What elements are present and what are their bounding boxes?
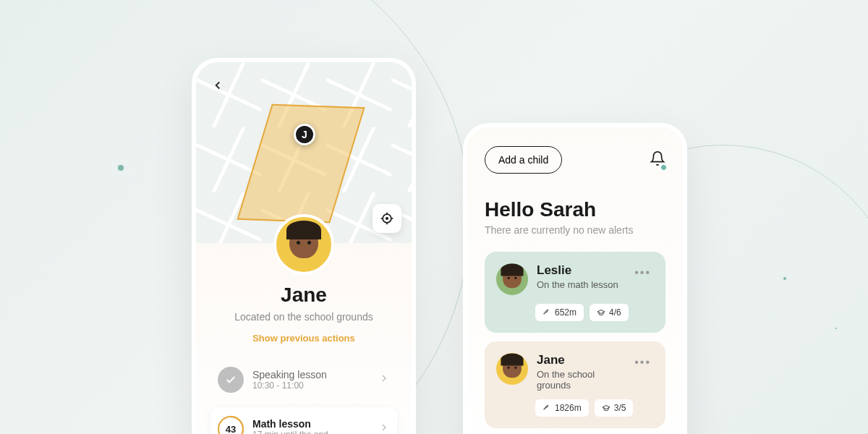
child-avatar [496, 263, 528, 295]
lesson-count: 43 [226, 424, 236, 435]
graduation-icon [602, 404, 610, 412]
child-name: Jane [210, 284, 397, 307]
child-name: Jane [537, 353, 623, 367]
child-card-jane[interactable]: Jane On the school grounds ••• 1826m 3/5 [485, 341, 665, 428]
chevron-right-icon [378, 373, 390, 387]
lesson-title: Speaking lesson [252, 369, 370, 380]
lesson-time: 10:30 - 11:00 [252, 380, 370, 391]
location-marker[interactable]: J [294, 124, 315, 145]
chevron-right-icon [378, 422, 390, 434]
progress-chip: 3/5 [595, 399, 634, 417]
route-icon [542, 404, 551, 412]
child-card-leslie[interactable]: Leslie On the math lesson ••• 652m 4/6 [485, 252, 665, 333]
lesson-item-current[interactable]: 43 Math lesson 17 min until the end [210, 407, 397, 434]
greeting-title: Hello Sarah [485, 198, 665, 221]
more-button[interactable]: ••• [631, 263, 654, 282]
more-button[interactable]: ••• [631, 353, 654, 372]
card-info: Jane On the school grounds [537, 353, 623, 391]
crosshair-icon [380, 211, 394, 226]
lesson-remaining: 17 min until the end [252, 430, 370, 434]
avatar-illustration [502, 357, 523, 381]
distance-value: 1826m [555, 403, 582, 413]
child-avatar[interactable] [273, 214, 334, 275]
home-panel: Add a child Hello Sarah There are curren… [467, 127, 683, 434]
svg-point-1 [386, 218, 388, 220]
progress-value: 4/6 [609, 307, 621, 318]
lesson-item-completed[interactable]: Speaking lesson 10:30 - 11:00 [210, 358, 397, 401]
lesson-info: Math lesson 17 min until the end [252, 418, 370, 434]
lesson-progress-badge: 43 [218, 416, 244, 434]
chevron-left-icon [211, 79, 224, 92]
card-chips: 1826m 3/5 [496, 399, 654, 417]
locate-button[interactable] [373, 204, 401, 233]
check-icon [225, 374, 237, 386]
lesson-title: Math lesson [252, 418, 370, 430]
avatar-illustration [502, 268, 523, 292]
add-child-button[interactable]: Add a child [485, 146, 562, 174]
bg-decor-dot [781, 275, 788, 282]
phone-detail-view: J Jane Located on the school grounds Sho… [192, 58, 416, 434]
avatar-illustration [286, 226, 322, 263]
show-previous-link[interactable]: Show previous actions [210, 333, 397, 344]
child-name: Leslie [537, 263, 623, 278]
notification-dot [660, 164, 667, 171]
location-text: Located on the school grounds [210, 311, 397, 323]
bg-decor-dot [116, 163, 126, 173]
marker-initial: J [302, 129, 307, 140]
progress-value: 3/5 [614, 403, 626, 413]
distance-chip: 1826m [535, 399, 589, 417]
phone-home-view: Add a child Hello Sarah There are curren… [463, 123, 687, 434]
back-button[interactable] [208, 75, 228, 95]
card-chips: 652m 4/6 [496, 304, 654, 321]
distance-chip: 652m [535, 304, 584, 321]
notifications-button[interactable] [650, 150, 665, 169]
distance-value: 652m [555, 307, 576, 318]
home-header: Add a child [485, 146, 665, 174]
bg-decor-dot [833, 326, 839, 331]
child-status: On the math lesson [537, 279, 623, 290]
child-status: On the school grounds [537, 369, 623, 391]
progress-chip: 4/6 [590, 304, 629, 321]
card-info: Leslie On the math lesson [537, 263, 623, 290]
lesson-done-badge [218, 367, 244, 393]
route-icon [542, 308, 551, 317]
graduation-icon [597, 308, 605, 317]
alerts-subtitle: There are currently no new alerts [485, 224, 665, 236]
lesson-info: Speaking lesson 10:30 - 11:00 [252, 369, 370, 391]
child-avatar [496, 353, 528, 385]
